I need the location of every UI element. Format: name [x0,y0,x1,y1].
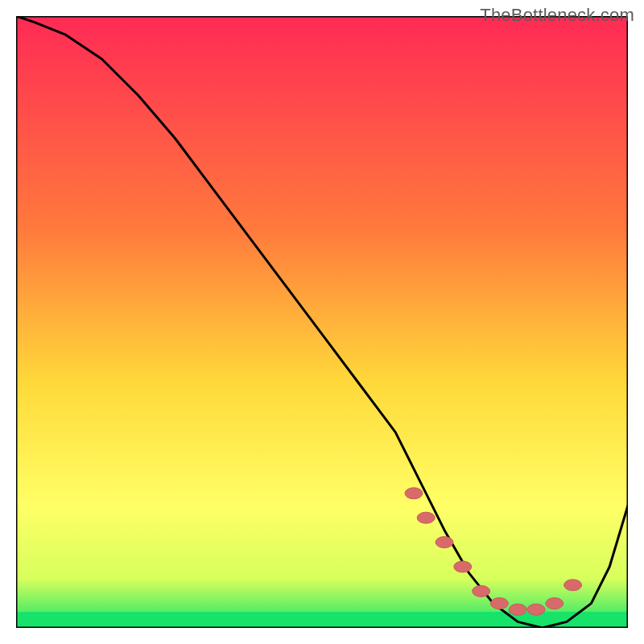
chart-svg [16,16,628,628]
marker-dot [490,598,508,609]
chart-container: TheBottleneck.com [0,0,644,644]
marker-dot [473,585,490,597]
marker-dot [405,488,423,499]
marker-dot [509,604,526,615]
gradient-background [16,16,628,628]
marker-dot [436,537,453,548]
plot-area [16,16,628,628]
marker-dot [454,561,472,572]
watermark-text: TheBottleneck.com [480,5,634,26]
marker-dot [527,604,545,615]
marker-dot [564,580,582,591]
marker-dot [546,598,564,609]
marker-dot [417,512,435,523]
